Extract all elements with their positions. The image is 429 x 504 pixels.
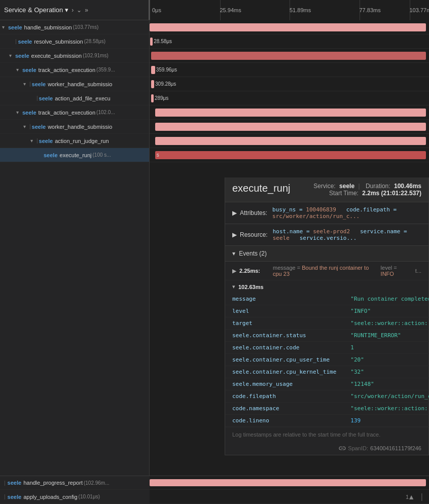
events-section-header[interactable]: ▾ Events (2) — [225, 246, 428, 262]
attributes-header[interactable]: ▶ Attributes: busy_ns = 100406839 code.f… — [232, 206, 421, 220]
event-t-1: t... — [415, 268, 421, 274]
span-name: resolve_submission — [34, 39, 83, 45]
row-controls: ▲ — [408, 493, 415, 501]
service-label: seele — [8, 480, 22, 486]
expand-icon — [30, 95, 35, 101]
trace-row[interactable]: ▾ | seele action_run_judge_run — [0, 134, 149, 148]
trace-row[interactable]: | seele resolve_submission (28.58μs) — [0, 34, 149, 49]
expand-icon[interactable]: ▾ — [16, 110, 21, 115]
event-time-1: 2.25ms: — [239, 268, 270, 274]
bar-row[interactable]: 28.58μs — [150, 34, 429, 49]
link-icon — [339, 445, 346, 452]
bar-label: 28.58μs — [154, 39, 172, 44]
trace-row[interactable]: ▾ seele handle_submission (103.77ms) — [0, 20, 149, 34]
trace-row[interactable]: ▾ seele execute_submission (102.91ms) — [0, 49, 149, 63]
table-key: message — [225, 293, 343, 305]
header-title: Service & Operation ▾ — [4, 6, 68, 14]
trace-row[interactable]: | seele action_add_file_execu — [0, 91, 149, 105]
table-row: code.namespace "seele::worker::action::r… — [225, 403, 429, 415]
arrow-right-icon[interactable]: › — [72, 7, 74, 14]
service-val: seele — [339, 183, 354, 190]
bar-row[interactable]: 309.28μs — [150, 77, 429, 91]
start-val: 2.2ms (21:01:22.537) — [362, 190, 421, 197]
span-id-label: SpanID: — [348, 445, 368, 451]
span-id-row: SpanID: 6340041611179f246 — [225, 442, 428, 455]
trace-right-panel: 28.58μs 359.96μs 309.28μs 289μs — [150, 20, 429, 504]
bar-row[interactable] — [150, 120, 429, 134]
table-key: code.lineno — [225, 415, 343, 427]
table-row: seele.container.status "RUNTIME_ERROR" — [225, 330, 429, 342]
expand-icon — [38, 152, 43, 158]
bar-row[interactable]: 289μs — [150, 91, 429, 105]
trace-row[interactable]: ▾ seele track_action_execution (102.0... — [0, 105, 149, 120]
expand-down-icon[interactable]: ⌄ — [77, 7, 82, 14]
duration-label: Duration: — [366, 183, 390, 190]
span-id-val: 6340041611179f246 — [370, 445, 421, 451]
duration: (359.9... — [96, 67, 115, 73]
double-arrow-icon[interactable]: » — [85, 7, 88, 14]
bar-row[interactable] — [150, 20, 429, 34]
table-row: code.lineno 139 — [225, 415, 429, 427]
bar-row[interactable] — [150, 105, 429, 120]
bar-row[interactable] — [150, 134, 429, 148]
span-bar — [155, 123, 426, 131]
chevron-down-icon: ▾ — [232, 283, 235, 290]
span-bar — [155, 137, 426, 145]
bar-row[interactable]: s — [150, 148, 429, 162]
trace-row[interactable]: ▾ | seele worker_handle_submissio — [0, 120, 149, 134]
scroll-up-icon[interactable]: ▲ — [408, 493, 415, 501]
span-bar — [151, 94, 154, 102]
table-key: level — [225, 305, 343, 317]
table-key: seele.container.code — [225, 342, 343, 354]
event-row-1[interactable]: ▶ 2.25ms: message = Bound the runj conta… — [225, 262, 428, 280]
bottom-trace-row-1[interactable]: | seele handle_progress_report (102.96m.… — [0, 476, 429, 490]
service-label: seele — [22, 110, 37, 116]
service-label: seele — [39, 95, 53, 101]
service-label: seele — [18, 39, 32, 45]
service-label: seele — [8, 24, 22, 30]
span-bar — [150, 38, 153, 46]
trace-row[interactable]: ▾ seele track_action_execution (359.9... — [0, 63, 149, 77]
event-kv-1: message = Bound the runj container to cp… — [273, 265, 374, 277]
span-name: execute_submission — [31, 53, 82, 59]
detail-header: execute_runj Service: seele | Duration: … — [225, 177, 428, 202]
bar-row[interactable]: 359.96μs — [150, 63, 429, 77]
table-val: "20" — [343, 354, 429, 366]
attributes-section: ▶ Attributes: busy_ns = 100406839 code.f… — [225, 202, 428, 224]
table-row: level "INFO" — [225, 305, 429, 317]
header-icons: › ⌄ » — [72, 7, 88, 14]
table-key: seele.container.cpu_user_time — [225, 354, 343, 366]
table-row: seele.container.cpu_user_time "20" — [225, 354, 429, 366]
resource-header[interactable]: ▶ Resource: host.name = seele-prod2 serv… — [232, 228, 421, 241]
timeline-mark-2: 51.89ms — [290, 7, 311, 13]
header-bar: Service & Operation ▾ › ⌄ » 0μs 25.94ms … — [0, 0, 429, 20]
event-time-2: 102.63ms — [238, 284, 264, 290]
expand-icon[interactable]: ▾ — [30, 138, 35, 143]
chevron-icon[interactable]: ▾ — [65, 6, 68, 14]
timeline-mark-0: 0μs — [152, 7, 161, 13]
expand-icon[interactable]: ▾ — [2, 24, 7, 30]
expand-icon[interactable]: ▾ — [9, 53, 14, 58]
event-detail-table: message "Run container completed" level … — [225, 293, 429, 427]
expand-icon[interactable]: ▾ — [16, 67, 21, 73]
service-label: seele — [32, 124, 46, 130]
bottom-trace-row-2[interactable]: | seele apply_uploads_config (10.01μs) 1… — [0, 490, 429, 504]
span-bar — [155, 109, 426, 117]
trace-row-selected[interactable]: seele execute_runj (100 s... — [0, 148, 149, 162]
trace-row[interactable]: ▾ | seele worker_handle_submissio — [0, 77, 149, 91]
timeline-mark-3: 77.83ms — [360, 7, 381, 13]
table-val: 139 — [343, 415, 429, 427]
expand-icon[interactable]: ▾ — [23, 124, 28, 129]
table-row: target "seele::worker::action::run_conta… — [225, 317, 429, 330]
table-val: "src/worker/action/run_container/m — [343, 390, 429, 403]
attributes-kv: busy_ns = 100406839 code.filepath = src/… — [272, 206, 421, 220]
timeline-mark-1: 25.94ms — [220, 7, 241, 13]
event-row-2-header[interactable]: ▾ 102.63ms — [225, 280, 428, 293]
start-label: Start Time: — [329, 190, 359, 197]
timeline-header: 0μs 25.94ms 51.89ms 77.83ms 103.77ms — [150, 0, 429, 20]
events-label: Events (2) — [239, 250, 267, 257]
bar-row[interactable] — [150, 49, 429, 63]
table-val: "32" — [343, 366, 429, 378]
expand-icon[interactable]: ▾ — [23, 81, 28, 87]
event-level-1: level = INFO — [381, 265, 408, 277]
